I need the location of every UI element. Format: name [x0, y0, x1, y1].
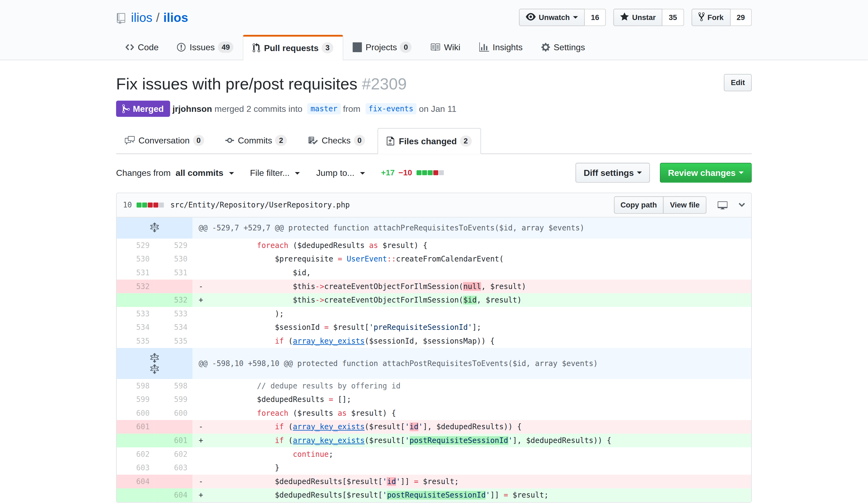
new-line-number[interactable]: 530	[155, 252, 193, 266]
repo-owner-link[interactable]: ilios	[131, 10, 152, 24]
old-line-number[interactable]: 604	[117, 474, 154, 488]
fork-icon	[698, 12, 708, 23]
pr-title: Fix issues with pre/post requisites	[116, 74, 357, 93]
new-line-number[interactable]: 534	[155, 320, 193, 334]
new-line-number[interactable]: 598	[155, 379, 193, 393]
stars-count[interactable]: 35	[663, 9, 684, 26]
diff-line-ctx: 531531 $id,	[117, 265, 751, 279]
file-diffstat-blocks	[136, 202, 164, 207]
old-line-number[interactable]: 535	[117, 334, 154, 348]
old-line-number[interactable]: 602	[117, 447, 154, 461]
hunk-header-text: @@ -598,10 +598,10 @@ protected function…	[193, 348, 751, 379]
caret-down-icon	[573, 16, 578, 19]
nav-tab-pull-requests[interactable]: Pull requests 3	[243, 35, 343, 60]
old-line-number[interactable]	[117, 433, 154, 447]
pr-author-link[interactable]: jrjohnson	[173, 103, 212, 113]
file-filter-dropdown[interactable]: File filter...	[250, 168, 300, 178]
new-line-number[interactable]: 604	[155, 488, 193, 502]
unstar-button[interactable]: Unstar	[613, 9, 663, 26]
checks-counter: 0	[354, 135, 365, 146]
fork-button[interactable]: Fork	[691, 9, 730, 26]
view-file-button[interactable]: View file	[663, 196, 706, 213]
old-line-number[interactable]: 532	[117, 279, 154, 293]
pr-number: #2309	[362, 74, 407, 93]
expand-hunk-button[interactable]	[117, 217, 193, 238]
new-line-number[interactable]: 533	[155, 306, 193, 320]
tab-checks[interactable]: Checks 0	[299, 128, 374, 153]
diff-table: @@ -529,7 +529,7 @@ protected function a…	[117, 217, 751, 502]
new-line-number[interactable]: 600	[155, 406, 193, 420]
hunk-header-text: @@ -529,7 +529,7 @@ protected function a…	[193, 217, 751, 238]
old-line-number[interactable]	[117, 293, 154, 306]
review-changes-button[interactable]: Review changes	[660, 162, 752, 182]
new-line-number[interactable]	[155, 474, 193, 488]
new-line-number[interactable]	[155, 420, 193, 434]
code-line: foreach ($dedupedResults as $result) {	[193, 238, 751, 252]
forks-count[interactable]: 29	[730, 9, 752, 26]
diff-line-ctx: 600600 foreach ($results as $result) {	[117, 406, 751, 420]
tab-files-changed[interactable]: Files changed 2	[378, 128, 481, 154]
new-line-number[interactable]: 603	[155, 461, 193, 474]
diff-settings-button[interactable]: Diff settings	[576, 162, 650, 182]
repo-name-link[interactable]: ilios	[163, 10, 188, 24]
page-header: ilios / ilios Unwatch 16	[0, 0, 868, 60]
old-line-number[interactable]: 534	[117, 320, 154, 334]
old-line-number[interactable]: 531	[117, 265, 154, 279]
code-line: - $this->createEventObjectForIlmSession(…	[193, 279, 751, 293]
edit-button[interactable]: Edit	[724, 74, 752, 91]
caret-down-icon	[739, 171, 744, 174]
nav-tab-insights-label: Insights	[493, 42, 523, 52]
breadcrumb-separator: /	[156, 10, 159, 24]
new-line-number[interactable]: 535	[155, 334, 193, 348]
old-line-number[interactable]: 533	[117, 306, 154, 320]
nav-tab-projects[interactable]: Projects 0	[343, 35, 421, 60]
file-path[interactable]: src/Entity/Repository/UserRepository.php	[170, 200, 350, 209]
fork-label: Fork	[707, 12, 724, 23]
new-line-number[interactable]: 531	[155, 265, 193, 279]
tab-commits[interactable]: Commits 2	[217, 128, 296, 153]
project-icon	[352, 42, 365, 52]
nav-tab-wiki[interactable]: Wiki	[421, 35, 469, 60]
new-line-number[interactable]: 601	[155, 433, 193, 447]
new-line-number[interactable]: 599	[155, 392, 193, 406]
diffstat-block	[148, 202, 153, 207]
head-branch-label[interactable]: fix-events	[365, 103, 416, 114]
diff-line-add: 532+ $this->createEventObjectForIlmSessi…	[117, 293, 751, 306]
nav-tab-issues[interactable]: Issues 49	[168, 35, 243, 60]
new-line-number[interactable]	[155, 279, 193, 293]
code-line: $prerequisite = UserEvent::createFromCal…	[193, 252, 751, 266]
expand-hunk-button[interactable]	[117, 348, 193, 379]
nav-tab-insights[interactable]: Insights	[469, 35, 532, 60]
old-line-number[interactable]	[117, 488, 154, 502]
rich-diff-icon[interactable]	[718, 200, 728, 210]
old-line-number[interactable]: 530	[117, 252, 154, 266]
old-line-number[interactable]: 601	[117, 420, 154, 434]
chevron-down-icon[interactable]	[739, 200, 745, 210]
watchers-count[interactable]: 16	[585, 9, 606, 26]
new-line-number[interactable]: 532	[155, 293, 193, 306]
new-line-number[interactable]: 529	[155, 238, 193, 252]
changes-from-dropdown[interactable]: Changes from all commits	[116, 168, 234, 178]
star-icon	[620, 12, 632, 23]
hunk-row: @@ -529,7 +529,7 @@ protected function a…	[117, 217, 751, 238]
tab-checks-label: Checks	[322, 135, 351, 145]
tab-conversation[interactable]: Conversation 0	[116, 128, 213, 153]
new-line-number[interactable]: 602	[155, 447, 193, 461]
jump-to-dropdown[interactable]: Jump to...	[316, 168, 365, 178]
old-line-number[interactable]: 599	[117, 392, 154, 406]
old-line-number[interactable]: 603	[117, 461, 154, 474]
caret-down-icon	[229, 172, 234, 174]
old-line-number[interactable]: 600	[117, 406, 154, 420]
base-branch-label[interactable]: master	[307, 103, 341, 114]
copy-path-button[interactable]: Copy path	[614, 196, 664, 213]
old-line-number[interactable]: 529	[117, 238, 154, 252]
code-line: foreach ($results as $result) {	[193, 406, 751, 420]
diff-line-ctx: 598598 // dedupe results by offering id	[117, 379, 751, 393]
projects-counter: 0	[400, 42, 412, 53]
tab-conversation-label: Conversation	[138, 135, 190, 145]
unwatch-button[interactable]: Unwatch	[519, 9, 585, 26]
diff-line-ctx: 530530 $prerequisite = UserEvent::create…	[117, 252, 751, 266]
old-line-number[interactable]: 598	[117, 379, 154, 393]
nav-tab-settings[interactable]: Settings	[532, 35, 594, 60]
nav-tab-code[interactable]: Code	[116, 35, 168, 60]
